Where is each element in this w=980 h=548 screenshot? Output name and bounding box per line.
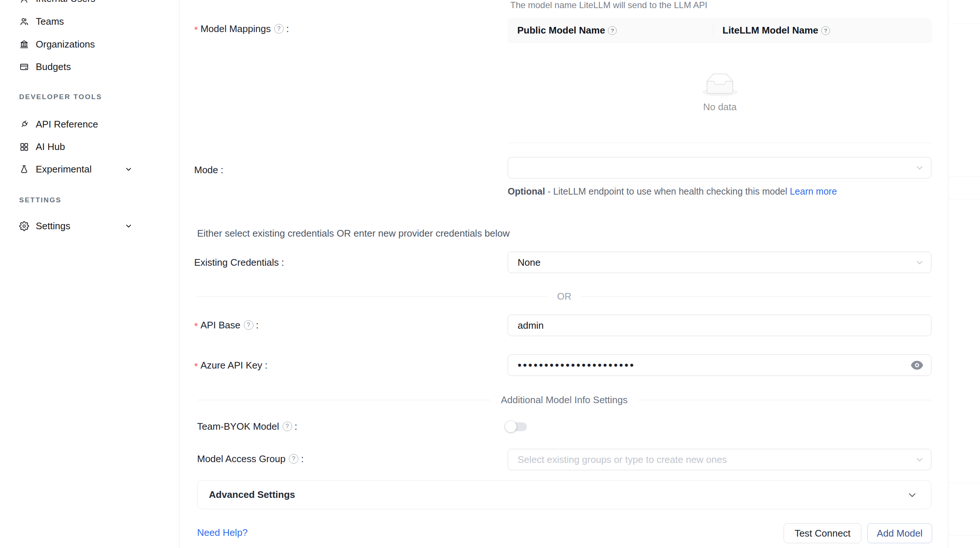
flask-icon	[19, 164, 29, 174]
gutter-line	[948, 535, 980, 535]
or-divider: OR	[197, 291, 931, 302]
toggle-knob	[505, 421, 517, 432]
mode-select[interactable]	[508, 157, 931, 178]
gutter-line	[948, 24, 980, 24]
required-mark: *	[194, 361, 198, 372]
sidebar-item-label: Organizations	[36, 39, 95, 50]
need-help-link[interactable]: Need Help?	[197, 527, 248, 538]
sidebar-item-internal-users[interactable]: Internal Users	[0, 0, 179, 6]
chevron-down-icon	[124, 222, 133, 230]
divider-line	[638, 400, 932, 400]
bank-icon	[19, 40, 29, 49]
info-divider: Additional Model Info Settings	[197, 394, 931, 405]
mode-label: Mode :	[194, 164, 223, 176]
sidebar: Internal Users Teams Organizations Budge…	[0, 0, 180, 548]
api-note: The model name LiteLLM will send to the …	[510, 0, 707, 10]
advanced-settings-label: Advanced Settings	[209, 489, 295, 500]
api-base-input[interactable]: admin	[508, 315, 931, 336]
user-icon	[19, 0, 29, 4]
azure-api-key-label: * Azure API Key :	[194, 359, 267, 371]
sidebar-item-experimental[interactable]: Experimental	[0, 161, 179, 177]
advanced-settings-header[interactable]: Advanced Settings	[197, 480, 931, 509]
sidebar-item-teams[interactable]: Teams	[0, 13, 179, 29]
sidebar-item-label: Teams	[36, 16, 64, 27]
sidebar-item-label: Internal Users	[36, 0, 95, 5]
content-right-border	[948, 0, 948, 548]
credit-card-icon	[19, 62, 29, 72]
litellm-admin-add-model-page: Internal Users Teams Organizations Budge…	[0, 0, 980, 548]
divider-line	[197, 400, 491, 400]
required-mark: *	[194, 321, 198, 332]
sidebar-item-label: Experimental	[36, 164, 92, 175]
divider-line	[197, 296, 547, 297]
model-access-group-select[interactable]: Select existing groups or type to create…	[508, 449, 931, 470]
column-header-public-model-name: Public Model Name ?	[517, 18, 617, 43]
team-byok-toggle[interactable]	[506, 422, 527, 431]
empty-text: No data	[703, 101, 737, 113]
learn-more-link[interactable]: Learn more	[790, 186, 837, 196]
sidebar-section-settings: SETTINGS	[19, 196, 62, 204]
gutter-line	[948, 199, 980, 199]
azure-api-key-input[interactable]: ••••••••••••••••••••••	[508, 355, 931, 376]
sidebar-item-label: Budgets	[36, 61, 71, 73]
divider-line	[582, 296, 931, 297]
help-bold: Optional	[508, 186, 545, 196]
model-mappings-label: * Model Mappings ? :	[194, 22, 289, 35]
help-icon[interactable]: ?	[608, 26, 617, 35]
chevron-down-icon	[907, 489, 918, 500]
eye-icon[interactable]	[910, 360, 924, 370]
model-mappings-table: Public Model Name ? LiteLLM Model Name ?…	[508, 18, 932, 143]
test-connect-button[interactable]: Test Connect	[784, 523, 861, 543]
gutter-line	[948, 176, 980, 177]
users-icon	[19, 17, 29, 27]
help-icon[interactable]: ?	[289, 454, 298, 464]
existing-credentials-select[interactable]: None	[508, 252, 931, 273]
column-divider	[713, 24, 713, 37]
existing-credentials-value: None	[518, 257, 541, 268]
sidebar-section-developer-tools: DEVELOPER TOOLS	[19, 93, 102, 101]
empty-box-icon	[702, 73, 738, 96]
required-mark: *	[194, 24, 198, 36]
masked-password-value: ••••••••••••••••••••••	[518, 359, 635, 371]
model-access-group-label: Model Access Group ? :	[197, 452, 304, 465]
api-base-value: admin	[518, 320, 544, 331]
grid-icon	[19, 142, 29, 152]
sidebar-item-api-reference[interactable]: API Reference	[0, 116, 179, 132]
gear-icon	[19, 221, 29, 231]
plug-icon	[19, 119, 29, 129]
model-access-group-placeholder: Select existing groups or type to create…	[518, 454, 727, 465]
sidebar-item-organizations[interactable]: Organizations	[0, 36, 179, 53]
chevron-down-icon	[124, 165, 133, 173]
sidebar-item-label: AI Hub	[36, 141, 65, 153]
help-icon[interactable]: ?	[274, 24, 284, 33]
help-icon[interactable]: ?	[821, 26, 830, 35]
chevron-down-icon	[915, 163, 924, 172]
column-header-litellm-model-name: LiteLLM Model Name ?	[722, 18, 830, 43]
sidebar-item-settings[interactable]: Settings	[0, 218, 179, 234]
chevron-down-icon	[915, 258, 924, 267]
credentials-note: Either select existing credentials OR en…	[197, 228, 509, 239]
api-base-label: * API Base ? :	[194, 319, 259, 331]
add-model-button[interactable]: Add Model	[867, 523, 932, 543]
table-header: Public Model Name ? LiteLLM Model Name ?	[508, 18, 932, 43]
chevron-down-icon	[915, 455, 924, 464]
team-byok-label: Team-BYOK Model ? :	[197, 420, 298, 433]
sidebar-item-label: Settings	[36, 220, 70, 232]
help-icon[interactable]: ?	[283, 422, 292, 431]
help-icon[interactable]: ?	[244, 320, 253, 330]
sidebar-item-ai-hub[interactable]: AI Hub	[0, 139, 179, 155]
gutter-line	[948, 483, 980, 483]
mode-help-text: Optional - LiteLLM endpoint to use when …	[508, 184, 856, 199]
sidebar-item-label: API Reference	[36, 119, 98, 130]
existing-credentials-label: Existing Credentials :	[194, 256, 284, 269]
sidebar-item-budgets[interactable]: Budgets	[0, 59, 179, 75]
empty-state: No data	[508, 43, 932, 143]
